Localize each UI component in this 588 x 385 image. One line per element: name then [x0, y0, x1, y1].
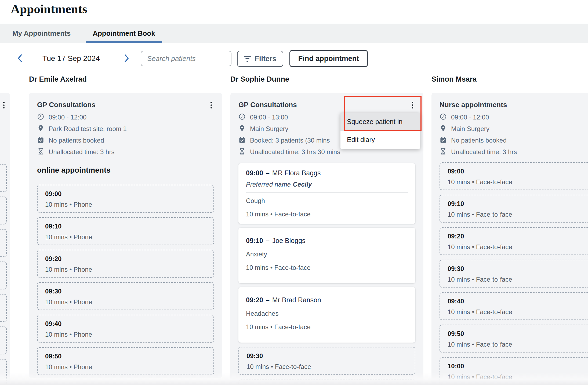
session-booked-row: No patients booked: [37, 137, 214, 144]
session-card-partial: [0, 93, 10, 385]
time-name-separator: –: [266, 296, 270, 304]
page-title: Appointments: [11, 2, 87, 16]
appointment-slot[interactable]: 09:20 10 mins • Phone: [37, 250, 214, 278]
chevron-left-icon: [15, 60, 25, 64]
kebab-menu-icon[interactable]: [410, 101, 415, 110]
appointment-time: 09:00: [246, 169, 263, 177]
session-subheading: online appointments: [37, 166, 214, 175]
booked-appointment[interactable]: 09:20–Mr Brad Ranson Headaches 10 mins •…: [238, 287, 415, 343]
slot-detail: 10 mins • Face-to-face: [448, 243, 588, 251]
appointment-reason: Headaches: [246, 310, 408, 317]
session-title: GP Consultations: [37, 101, 96, 109]
slot-time: 09:30: [448, 265, 588, 273]
find-appointment-button[interactable]: Find appointment: [289, 50, 368, 67]
slot-detail: 10 mins • Face-to-face: [448, 373, 588, 381]
kebab-menu-icon[interactable]: [1, 101, 7, 110]
menu-item-squeeze-patient-in[interactable]: Squeeze patient in: [340, 113, 420, 131]
next-day-button[interactable]: [121, 53, 132, 63]
session-booked-row: No patients booked: [440, 137, 588, 144]
time-name-separator: –: [266, 169, 270, 177]
session-location-row: Main Surgery: [440, 125, 588, 133]
appointment-slot[interactable]: [0, 359, 7, 385]
appointment-slot[interactable]: 09:50 10 mins • Face-to-face: [440, 325, 588, 353]
appointment-reason: Anxiety: [246, 250, 408, 258]
previous-day-button[interactable]: [15, 53, 25, 63]
slot-detail: 10 mins • Phone: [45, 363, 213, 371]
session-unallocated-row: Unallocated time: 3 hrs 30 mins: [238, 148, 415, 156]
slot-detail: 10 mins • Face-to-face: [448, 211, 588, 218]
appointment-slot[interactable]: [238, 379, 415, 385]
session-time-row: 09:00 - 12:00: [440, 114, 588, 121]
appointment-slot[interactable]: 09:00 10 mins • Phone: [37, 185, 214, 213]
patient-name: Joe Bloggs: [272, 237, 306, 244]
appointment-slot[interactable]: [0, 294, 7, 322]
clock-icon: [238, 113, 246, 122]
appointment-slot[interactable]: 09:40 10 mins • Phone: [37, 315, 214, 343]
appointment-slot[interactable]: 09:30 10 mins • Phone: [37, 282, 214, 310]
session-location-row: Park Road test site, room 1: [37, 125, 214, 133]
preferred-name-row: Preferred nameCecily: [246, 181, 408, 188]
slot-detail: 10 mins • Phone: [45, 266, 213, 273]
slot-time: 09:50: [448, 330, 588, 337]
appointment-slot[interactable]: [0, 326, 7, 354]
current-date: Tue 17 Sep 2024: [38, 54, 105, 63]
appointment-slot[interactable]: 09:10 10 mins • Phone: [37, 217, 214, 245]
clock-icon: [37, 113, 44, 122]
kebab-menu-icon[interactable]: [208, 101, 214, 110]
appointment-slot[interactable]: [0, 261, 7, 289]
appointment-slot[interactable]: 09:30 10 mins • Face-to-face: [238, 347, 415, 375]
slot-detail: 10 mins • Phone: [45, 298, 213, 306]
booked-appointment[interactable]: 09:00–MR Flora Baggs Preferred nameCecil…: [238, 163, 415, 224]
appointment-slot[interactable]: 09:10 10 mins • Face-to-face: [440, 195, 588, 223]
session-title: GP Consultations: [238, 101, 297, 109]
appointment-time: 09:10: [246, 237, 263, 244]
session-time-row: 09:00 - 12:00: [37, 114, 214, 121]
slot-time: 09:30: [246, 352, 415, 360]
session-unallocated-row: Unallocated time: 3 hrs: [37, 148, 214, 156]
location-pin-icon: [440, 125, 447, 133]
provider-name: Simon Msara: [431, 75, 477, 83]
filters-button-label: Filters: [255, 55, 276, 63]
slot-detail: 10 mins • Phone: [45, 201, 213, 208]
menu-item-edit-diary[interactable]: Edit diary: [340, 131, 420, 149]
filter-icon: [244, 56, 251, 62]
slot-time: 09:00: [448, 168, 588, 175]
appointment-slot[interactable]: 10:00 10 mins • Face-to-face: [440, 357, 588, 385]
calendar-booked-icon: [238, 136, 246, 145]
slot-time: 09:10: [448, 200, 588, 208]
search-input[interactable]: [141, 51, 231, 66]
chevron-right-icon: [121, 60, 132, 64]
slot-time: 09:10: [45, 223, 213, 230]
appointment-slot[interactable]: 09:40 10 mins • Face-to-face: [440, 292, 588, 320]
appointment-slot[interactable]: 09:30 10 mins • Face-to-face: [440, 260, 588, 288]
slot-detail: 10 mins • Face-to-face: [448, 341, 588, 348]
slot-time: 09:20: [45, 255, 213, 263]
slot-time: 10:00: [448, 362, 588, 370]
location-pin-icon: [37, 125, 44, 133]
filters-button[interactable]: Filters: [237, 51, 283, 67]
appointment-detail: 10 mins • Face-to-face: [246, 323, 408, 331]
context-menu: Squeeze patient in Edit diary: [340, 113, 420, 149]
appointments-page: Appointments My Appointments Appointment…: [0, 0, 588, 385]
clock-icon: [440, 113, 447, 122]
slot-time: 09:40: [45, 320, 213, 328]
session-title: Nurse appointments: [440, 101, 507, 109]
appointment-slot[interactable]: [0, 164, 7, 192]
session-unallocated-row: Unallocated time: 3 hrs: [440, 148, 588, 156]
appointment-slot[interactable]: 09:50 10 mins • Phone: [37, 347, 214, 375]
slot-detail: 10 mins • Face-to-face: [448, 276, 588, 283]
appointment-time: 09:20: [246, 296, 263, 304]
appointment-slot[interactable]: [0, 229, 7, 257]
hourglass-icon: [238, 148, 246, 157]
slot-time: 09:00: [45, 190, 213, 198]
slot-detail: 10 mins • Phone: [45, 233, 213, 241]
booked-appointment[interactable]: 09:10–Joe Bloggs Anxiety 10 mins • Face-…: [238, 228, 415, 283]
find-appointment-label: Find appointment: [298, 55, 359, 63]
tab-appointment-book[interactable]: Appointment Book: [86, 24, 162, 43]
appointment-slot[interactable]: 09:00 10 mins • Face-to-face: [440, 162, 588, 190]
slot-time: 09:30: [45, 288, 213, 295]
appointment-slot[interactable]: 09:20 10 mins • Face-to-face: [440, 227, 588, 255]
calendar-booked-icon: [440, 136, 447, 145]
tab-my-appointments[interactable]: My Appointments: [5, 24, 78, 43]
appointment-slot[interactable]: [0, 197, 7, 224]
